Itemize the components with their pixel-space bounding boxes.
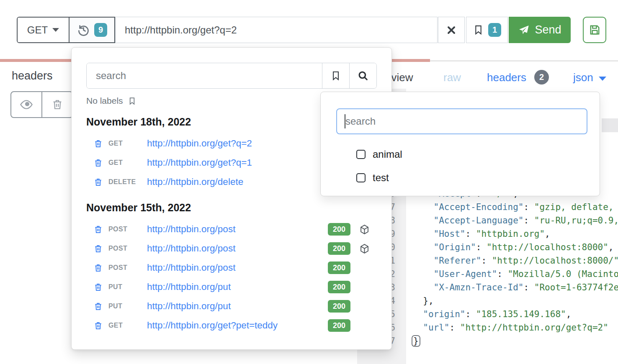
history-item-row: POSThttp://httpbin.org/post200: [86, 220, 377, 239]
history-count-badge: 9: [94, 23, 107, 37]
history-item-method: DELETE: [108, 178, 144, 186]
code-text: "X-Amzn-Trace-Id": "Root=1-63774f2e",: [406, 282, 618, 292]
response-body-json: 16 "Accept": "*/*",17 "Accept-Encoding":…: [357, 187, 618, 348]
status-badge: 200: [328, 319, 350, 332]
no-labels-text: No labels: [86, 96, 123, 106]
history-item-method: PUT: [108, 283, 144, 291]
url-input[interactable]: [115, 17, 438, 43]
code-line: 23 "X-Amzn-Trace-Id": "Root=1-63774f2e",: [357, 281, 618, 294]
labels-dropdown-panel: search animaltest: [320, 92, 600, 196]
bookmarks-button[interactable]: 1: [466, 17, 508, 43]
label-option-row: test: [336, 166, 587, 190]
send-button[interactable]: Send: [509, 17, 571, 43]
status-badge: 200: [328, 261, 350, 274]
filter-by-label-button[interactable]: [322, 63, 349, 88]
clear-icon: [445, 24, 457, 36]
history-item-method: POST: [108, 226, 144, 233]
code-line: 17 "Accept-Encoding": "gzip, deflate, br…: [357, 200, 618, 214]
delete-history-item-button[interactable]: [93, 158, 103, 168]
search-icon: [357, 70, 369, 82]
code-text: }: [406, 336, 420, 346]
bookmark-count-badge: 1: [488, 23, 501, 37]
history-search-button[interactable]: [349, 63, 376, 88]
caret-down-icon: [52, 28, 59, 32]
status-badge: 200: [328, 242, 350, 255]
history-item-method: GET: [108, 159, 144, 167]
history-item-url-link[interactable]: http://httpbin.org/post: [147, 262, 235, 273]
delete-history-item-button[interactable]: [93, 302, 103, 311]
history-item-url-link[interactable]: http://httpbin.org/get?q=1: [147, 157, 252, 168]
history-item-url-link[interactable]: http://httpbin.org/post: [147, 243, 235, 254]
code-line: 27}: [357, 334, 618, 348]
headers-toolbar: [10, 91, 73, 118]
labels-search-placeholder: search: [345, 115, 376, 127]
response-format-dropdown[interactable]: json: [573, 71, 606, 84]
delete-history-item-button[interactable]: [93, 225, 103, 234]
code-text: },: [406, 296, 434, 306]
history-item-url-link[interactable]: http://httpbin.org/get?pet=teddy: [147, 320, 278, 331]
send-label: Send: [535, 23, 561, 36]
labels-search-input[interactable]: search: [336, 108, 587, 134]
bookmark-icon: [330, 70, 341, 81]
method-value: GET: [27, 24, 48, 36]
code-text: "Origin": "http://localhost:8000",: [406, 242, 613, 252]
clear-url-button[interactable]: [438, 17, 465, 43]
tab-headers[interactable]: headers: [487, 71, 526, 84]
history-item-url-link[interactable]: http://httpbin.org/put: [147, 301, 231, 312]
save-icon: [588, 23, 601, 36]
delete-history-item-button[interactable]: [93, 139, 103, 149]
send-icon: [518, 24, 530, 36]
code-text: "Accept-Language": "ru-RU,ru;q=0.9,en;q=…: [406, 215, 618, 226]
status-badge: 200: [328, 300, 350, 313]
code-line: 20 "Origin": "http://localhost:8000",: [357, 241, 618, 254]
history-item-url-link[interactable]: http://httpbin.org/delete: [147, 177, 243, 187]
delete-history-item-button[interactable]: [93, 282, 103, 292]
delete-history-item-button[interactable]: [93, 244, 103, 254]
trash-icon: [51, 98, 64, 111]
payload-cube-icon: [359, 243, 370, 254]
history-item-method: GET: [108, 140, 144, 147]
code-text: "origin": "185.135.149.168",: [406, 309, 571, 319]
label-option-row: animal: [336, 143, 587, 166]
history-item-method: POST: [108, 264, 144, 272]
code-line: 21 "Referer": "http://localhost:8000/",: [357, 254, 618, 267]
delete-history-item-button[interactable]: [93, 321, 103, 331]
history-item-row: GEThttp://httpbin.org/get?pet=teddy200: [86, 316, 377, 335]
label-checkbox[interactable]: [356, 150, 366, 159]
history-item-url-link[interactable]: http://httpbin.org/post: [147, 224, 235, 235]
method-history-group: GET 9: [17, 17, 115, 43]
history-item-row: PUThttp://httpbin.org/put200: [86, 277, 377, 297]
code-line: 24 },: [357, 294, 618, 308]
code-line: 19 "Host": "httpbin.org",: [357, 227, 618, 241]
delete-history-item-button[interactable]: [93, 177, 103, 187]
save-request-button[interactable]: [583, 17, 606, 43]
history-item-url-link[interactable]: http://httpbin.org/put: [147, 282, 231, 292]
history-item-row: PUThttp://httpbin.org/put200: [86, 297, 377, 316]
tab-raw[interactable]: raw: [443, 71, 461, 84]
history-item-method: GET: [108, 322, 144, 329]
caret-down-icon: [599, 77, 606, 81]
bookmark-icon: [473, 24, 484, 36]
status-badge: 200: [328, 281, 350, 293]
label-checkbox[interactable]: [356, 173, 366, 182]
delete-history-item-button[interactable]: [93, 263, 103, 273]
method-dropdown[interactable]: GET: [18, 18, 70, 42]
scrollbar-thumb[interactable]: [602, 118, 618, 132]
payload-cube-icon: [359, 224, 370, 235]
code-text: "Referer": "http://localhost:8000/",: [406, 256, 618, 266]
code-line: 22 "User-Agent": "Mozilla/5.0 (Macintosh…: [357, 267, 618, 281]
history-button[interactable]: 9: [70, 18, 114, 42]
code-text: "url": "http://httpbin.org/get?q=2": [406, 323, 608, 333]
delete-headers-button[interactable]: [42, 92, 72, 117]
response-format-value: json: [573, 71, 593, 84]
history-item-url-link[interactable]: http://httpbin.org/get?q=2: [147, 138, 252, 149]
label-option-text: test: [373, 172, 389, 184]
code-line: 18 "Accept-Language": "ru-RU,ru;q=0.9,en…: [357, 214, 618, 227]
code-text: "User-Agent": "Mozilla/5.0 (Macintosh; I…: [406, 269, 618, 279]
status-badge: 200: [328, 223, 350, 236]
preview-headers-button[interactable]: [11, 92, 42, 117]
history-item-method: PUT: [108, 302, 144, 310]
code-text: "Host": "httpbin.org",: [406, 229, 550, 239]
headers-count-badge: 2: [534, 70, 549, 85]
history-search-input[interactable]: [87, 63, 322, 88]
